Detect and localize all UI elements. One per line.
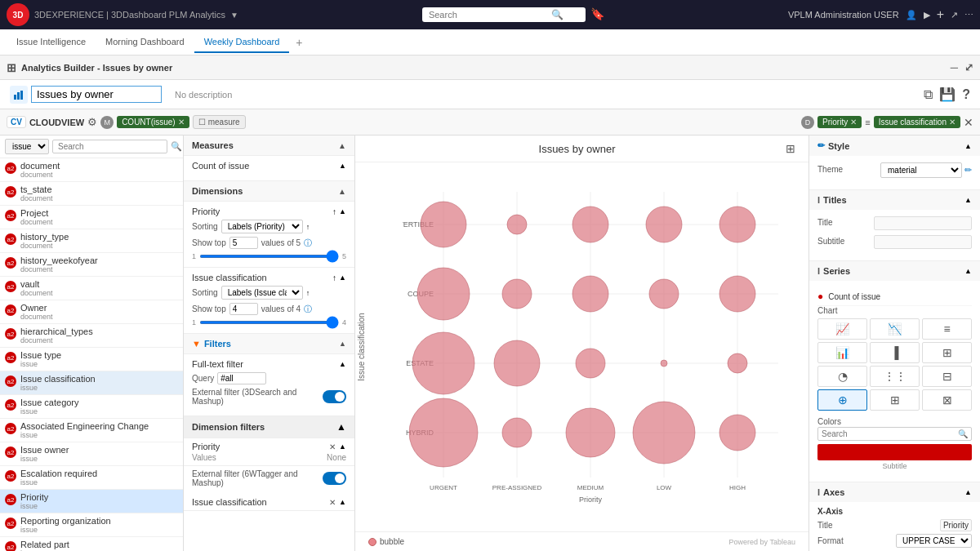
chart-type-column[interactable]: ▐: [870, 342, 920, 363]
colors-search-input[interactable]: [822, 429, 956, 438]
user-label: VPLM Administration USER: [788, 10, 899, 20]
dim-filter-ic-expand[interactable]: ▲: [339, 498, 346, 507]
dim-filter-priority-clear[interactable]: ✕: [329, 442, 336, 451]
bookmark-icon[interactable]: 🔖: [590, 7, 604, 22]
count-issue-arrow-icon[interactable]: ▲: [339, 162, 346, 170]
ic-sort-arrow-icon[interactable]: ↑: [306, 289, 310, 297]
list-item-associated-engineering-change[interactable]: a2 Associated Engineering Change issue: [0, 419, 183, 442]
chip3-expand-icon[interactable]: ≡: [865, 118, 870, 127]
chart-type-pivot[interactable]: ⊠: [922, 389, 972, 411]
dropdown-arrow-icon[interactable]: ▼: [230, 11, 238, 20]
list-item[interactable]: a2 history_type document: [0, 229, 183, 253]
ic-show-top-input[interactable]: [229, 303, 258, 315]
list-item[interactable]: a2 Issue type issue: [0, 348, 183, 371]
search-input[interactable]: [429, 10, 551, 20]
dim-filter-priority-expand[interactable]: ▲: [339, 442, 346, 451]
chart-type-bar-h[interactable]: ≡: [922, 318, 972, 340]
chart-type-scatter[interactable]: ⋮⋮: [870, 366, 920, 387]
settings-icon[interactable]: ⚙: [87, 116, 97, 128]
list-item-related-part[interactable]: a2 Related part issue: [0, 537, 183, 551]
close-panel-btn[interactable]: ✕: [964, 116, 973, 129]
search-box: 🔍: [422, 7, 586, 22]
chart-type-combo[interactable]: ⊞: [922, 342, 972, 363]
dimensions-section-header[interactable]: Dimensions ▲: [184, 181, 354, 202]
user-avatar-icon[interactable]: 👤: [906, 10, 917, 20]
list-item[interactable]: a2 Owner document: [0, 300, 183, 324]
issue-class-collapse-icon[interactable]: ▲: [339, 273, 346, 282]
priority-up-icon[interactable]: ↑: [332, 207, 336, 216]
series-section-header[interactable]: I Series ▲: [809, 261, 980, 281]
chart-grid-icon[interactable]: ⊞: [786, 142, 795, 155]
show-top-input[interactable]: [229, 237, 258, 249]
issue-class-chip[interactable]: Issue classification ✕: [874, 116, 960, 128]
priority-range-input[interactable]: [199, 255, 339, 258]
x-axis-format-select[interactable]: UPPER CASE: [896, 534, 972, 548]
measure-chip[interactable]: ☐ measure: [193, 115, 246, 129]
color-swatch[interactable]: [817, 444, 972, 460]
help-icon[interactable]: ?: [962, 87, 970, 102]
ext-filter2-toggle[interactable]: [323, 472, 346, 485]
chart-type-table[interactable]: ⊞: [870, 389, 920, 411]
dim-filter-ic-clear[interactable]: ✕: [329, 498, 336, 507]
list-item[interactable]: a2 vault document: [0, 277, 183, 300]
theme-edit-icon[interactable]: ✏: [964, 165, 972, 176]
title-field-input[interactable]: [874, 216, 972, 230]
list-item-issue-classification[interactable]: a2 Issue classification issue: [0, 371, 183, 395]
dim-filters-arrow-icon: ▲: [336, 421, 346, 433]
list-item-priority[interactable]: a2 Priority issue: [0, 490, 183, 513]
share-icon[interactable]: ↗: [951, 10, 958, 20]
list-item-reporting-org[interactable]: a2 Reporting organization issue: [0, 513, 183, 537]
subtitle-field-input[interactable]: [874, 235, 972, 249]
list-item-issue-category[interactable]: a2 Issue category issue: [0, 395, 183, 419]
measures-section-header[interactable]: Measures ▲: [184, 136, 354, 156]
list-item[interactable]: a2 ts_state document: [0, 182, 183, 206]
issue-class-chip-close[interactable]: ✕: [949, 118, 956, 127]
chart-type-bubble[interactable]: ⊕: [817, 389, 867, 411]
sorting-arrow-icon[interactable]: ↑: [306, 223, 310, 231]
list-item[interactable]: a2 hierarchical_types document: [0, 324, 183, 348]
title-input[interactable]: [31, 86, 162, 103]
priority-chip[interactable]: Priority ✕: [817, 116, 862, 128]
chart-type-bar[interactable]: 📊: [817, 342, 867, 363]
list-item-escalation[interactable]: a2 Escalation required issue: [0, 466, 183, 490]
more-icon[interactable]: ⋯: [964, 10, 973, 20]
count-chip-close[interactable]: ✕: [178, 118, 185, 127]
add-tab-button[interactable]: +: [289, 33, 309, 52]
list-item[interactable]: a2 document document: [0, 158, 183, 182]
ic-range-input[interactable]: [199, 321, 339, 324]
chart-type-heatmap[interactable]: ⊟: [922, 366, 972, 387]
query-input[interactable]: [217, 372, 266, 384]
theme-select[interactable]: material: [880, 162, 962, 178]
tab-issue-intelligence[interactable]: Issue Intelligence: [7, 32, 96, 53]
filters-section-header[interactable]: ▼ Filters ▲: [184, 334, 354, 354]
sidebar-search-input[interactable]: [52, 140, 167, 153]
minimize-icon[interactable]: ─: [951, 61, 958, 73]
copy-icon[interactable]: ⧉: [924, 87, 933, 102]
chart-type-pie[interactable]: ◔: [817, 366, 867, 387]
play-icon[interactable]: ▶: [924, 10, 930, 20]
issue-class-up-icon[interactable]: ↑: [332, 273, 336, 282]
expand-icon[interactable]: ⤢: [964, 61, 973, 73]
sidebar-search-icon[interactable]: 🔍: [171, 141, 182, 152]
style-section-header[interactable]: ✏ Style ▲: [809, 136, 980, 156]
priority-chip-close[interactable]: ✕: [850, 118, 857, 127]
save-icon[interactable]: 💾: [939, 87, 956, 102]
tab-morning-dashboard[interactable]: Morning Dashboard: [96, 32, 194, 53]
chart-type-line[interactable]: 📈: [817, 318, 867, 340]
sorting-select[interactable]: Labels (Priority): [221, 220, 303, 233]
priority-collapse-icon[interactable]: ▲: [339, 207, 346, 216]
issue-type-select[interactable]: issue: [5, 139, 49, 154]
ext-filter-toggle[interactable]: [323, 390, 346, 403]
chart-type-area[interactable]: 📉: [870, 318, 920, 340]
axes-section-header[interactable]: I Axes ▲: [809, 482, 980, 502]
add-icon[interactable]: +: [937, 7, 944, 22]
tab-weekly-dashboard[interactable]: Weekly Dashboard: [194, 32, 290, 53]
list-item-issue-owner[interactable]: a2 Issue owner issue: [0, 442, 183, 466]
list-item[interactable]: a2 history_weekofyear document: [0, 253, 183, 277]
titles-section-header[interactable]: I Titles ▲: [809, 190, 980, 210]
count-chip[interactable]: COUNT(issue) ✕: [117, 116, 189, 128]
dim-filters-header[interactable]: Dimension filters ▲: [184, 416, 354, 438]
ic-sorting-select[interactable]: Labels (Issue classification): [221, 286, 303, 300]
list-item[interactable]: a2 Project document: [0, 206, 183, 229]
fulltext-arrow-icon[interactable]: ▲: [339, 360, 346, 368]
